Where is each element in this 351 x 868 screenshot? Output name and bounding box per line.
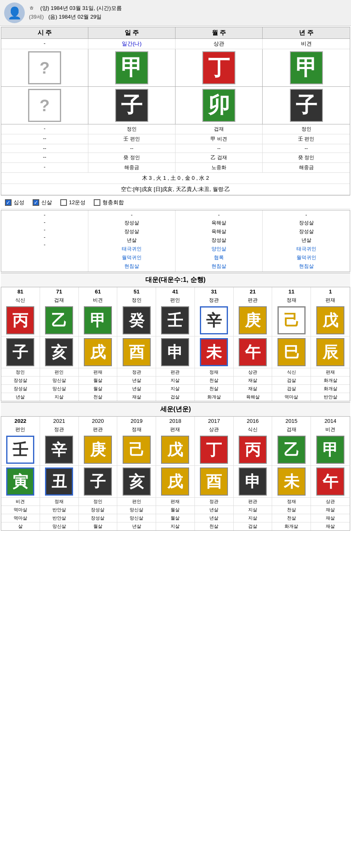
pillar-header-2: 월 주 bbox=[176, 27, 263, 38]
header-char: ㅎ (양) 1984년 03월 31일, (시간)모름 bbox=[29, 4, 122, 13]
daeun-info-rows: 정인 편인 편재 정관 편관 정재 상관 식신 편재 장성살 망신살 월살 년살… bbox=[1, 368, 350, 401]
daeun-sky-row: 丙 乙 甲 癸 壬 辛 庚 己 戊 bbox=[1, 305, 350, 336]
sky-cell-1: 甲 bbox=[88, 49, 176, 86]
info-row-0: - 정인 겁재 정인 bbox=[1, 124, 350, 134]
sky-box-1: 甲 bbox=[115, 51, 148, 84]
pillars-section: 시 주 일 주 월 주 년 주 - 일간(나) 상관 비견 ? 甲 丁 甲 ? … bbox=[1, 27, 350, 196]
info-row-3: -- 癸 정인 乙 겁재 癸 정인 bbox=[1, 153, 350, 163]
pillars-header: 시 주 일 주 월 주 년 주 bbox=[1, 27, 350, 39]
header-info: ㅎ (양) 1984년 03월 31일, (시간)모름 (39세) (음) 19… bbox=[29, 4, 122, 21]
checkbox-hyung[interactable]: 형충회합 bbox=[94, 199, 124, 206]
sinsal-section: - - - - - - 장성살 장성살 년살 태극귀인 월덕귀인 현침살 - 육… bbox=[1, 210, 350, 272]
earth-cell-3: 子 bbox=[263, 87, 350, 124]
checkbox-sinsal-box[interactable]: ✓ bbox=[33, 199, 39, 206]
saeun-sky-row: 壬 辛 庚 己 戊 丁 丙 乙 甲 bbox=[1, 434, 350, 466]
sky-cell-0: ? bbox=[1, 49, 88, 86]
daeun-earth-row: 子 亥 戌 酉 申 未 午 巳 辰 bbox=[1, 336, 350, 368]
earth-cell-1: 子 bbox=[88, 87, 176, 124]
sinsal-col-2: - 육해살 육해살 장성살 양인살 협록 현침살 bbox=[176, 210, 263, 272]
checkbox-sinsal[interactable]: ✓ 신살 bbox=[33, 199, 52, 206]
info-row-4: - 해중금 노중화 해중금 bbox=[1, 163, 350, 173]
earth-cell-0: ? bbox=[1, 87, 88, 124]
avatar: 👤 bbox=[4, 2, 25, 23]
header: 👤 ㅎ (양) 1984년 03월 31일, (시간)모름 (39세) (음) … bbox=[0, 0, 351, 26]
relation-row: - 일간(나) 상관 비견 bbox=[1, 39, 350, 49]
sinsal-col-1: - 장성살 장성살 년살 태극귀인 월덕귀인 현침살 bbox=[88, 210, 176, 272]
pillar-header-0: 시 주 bbox=[1, 27, 88, 38]
sinsal-col-3: - 장성살 장성살 년살 태극귀인 월덕귀인 현침살 bbox=[263, 210, 350, 272]
earth-cell-2: 卯 bbox=[176, 87, 263, 124]
checkbox-12-label: 12운성 bbox=[69, 199, 85, 206]
checkbox-sipsung-label: 십성 bbox=[14, 199, 24, 206]
saeun-info-rows: 비견 정재 정인 편인 편재 정관 편관 정재 상관 역마살 반안살 장성살 망… bbox=[1, 498, 350, 531]
checkbox-sipsung[interactable]: ✓ 십성 bbox=[5, 199, 24, 206]
sky-box-2: 丁 bbox=[202, 51, 235, 84]
earth-box-0: ? bbox=[28, 89, 61, 122]
earth-box-2: 卯 bbox=[202, 89, 235, 122]
info-rows: - 정인 겁재 정인 -- 壬 편인 甲 비견 壬 편인 -- -- -- --… bbox=[1, 124, 350, 173]
summary1: 木 3 , 火 1 , 土 0 , 金 0 , 水 2 bbox=[1, 173, 350, 184]
sky-box-3: 甲 bbox=[290, 51, 323, 84]
saeun-earth-row: 寅 丑 子 亥 戌 酉 申 未 午 bbox=[1, 466, 350, 498]
earth-box-1: 子 bbox=[115, 89, 148, 122]
checkbox-hyung-label: 형충회합 bbox=[102, 199, 124, 206]
earth-box-3: 子 bbox=[290, 89, 323, 122]
pillar-header-1: 일 주 bbox=[88, 27, 176, 38]
sky-box-0: ? bbox=[28, 51, 61, 84]
daeun-title: 대운(대운수:1, 순행) bbox=[1, 273, 350, 287]
relation-3: 비견 bbox=[263, 39, 350, 49]
checkbox-sipsung-box[interactable]: ✓ bbox=[5, 199, 12, 206]
checkboxes-row: ✓ 십성 ✓ 신살 12운성 형충회합 bbox=[1, 196, 350, 209]
sinsal-grid: - - - - - - 장성살 장성살 년살 태극귀인 월덕귀인 현침살 - 육… bbox=[1, 210, 350, 272]
checkbox-sinsal-label: 신살 bbox=[41, 199, 52, 206]
saeun-label-row: 편인 정관 편관 정재 편재 상관 식신 겁재 비견 bbox=[1, 425, 350, 434]
info-row-1: -- 壬 편인 甲 비견 壬 편인 bbox=[1, 134, 350, 144]
summary2: 空亡:[年]戌亥 [日]戌亥, 天乙貴人:未丑, 월령:乙 bbox=[1, 184, 350, 195]
saeun-numbers: 2022 2021 2020 2019 2018 2017 2016 2015 … bbox=[1, 417, 350, 425]
relation-2: 상관 bbox=[176, 39, 263, 49]
relation-0: - bbox=[1, 39, 88, 49]
info-row-2: -- -- -- -- bbox=[1, 144, 350, 153]
sky-cell-2: 丁 bbox=[176, 49, 263, 86]
sinsal-col-0: - - - - - bbox=[1, 210, 88, 272]
checkbox-12[interactable]: 12운성 bbox=[60, 199, 85, 206]
daeun-label-row: 식신 겁재 비견 정인 편인 정관 편관 정재 편재 bbox=[1, 296, 350, 305]
saeun-title: 세운(년운) bbox=[1, 402, 350, 417]
checkbox-12-box[interactable] bbox=[60, 199, 67, 206]
sky-cell-3: 甲 bbox=[263, 49, 350, 86]
daeun-numbers: 81 71 61 51 41 31 21 11 1 bbox=[1, 287, 350, 296]
sky-row: ? 甲 丁 甲 bbox=[1, 49, 350, 87]
checkbox-hyung-box[interactable] bbox=[94, 199, 100, 206]
pillar-header-3: 년 주 bbox=[263, 27, 350, 38]
earth-row: ? 子 卯 子 bbox=[1, 87, 350, 124]
relation-1: 일간(나) bbox=[88, 39, 176, 49]
